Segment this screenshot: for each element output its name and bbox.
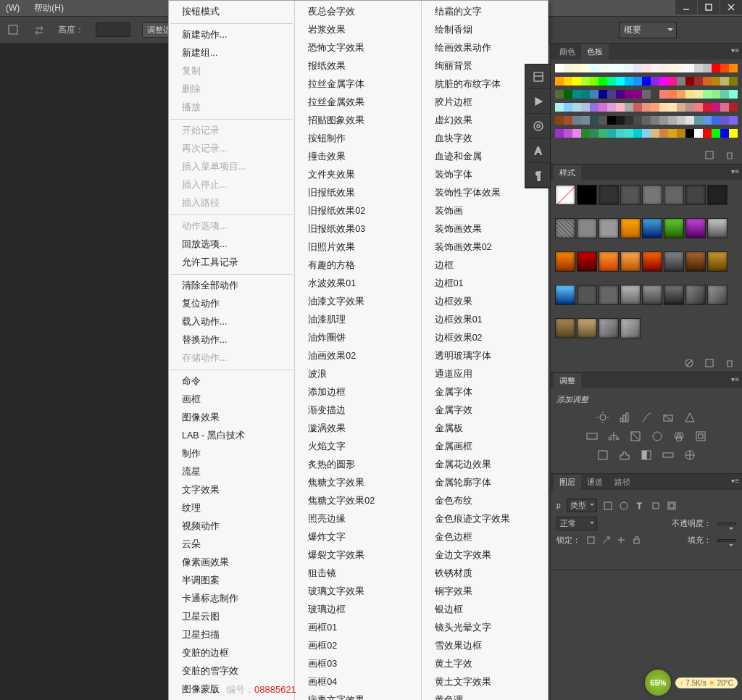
net-badge[interactable]: ↑7.5K/s ☀20°C bbox=[675, 678, 738, 688]
style-swatch[interactable] bbox=[620, 318, 641, 338]
style-swatch[interactable] bbox=[707, 185, 728, 205]
color-swatch[interactable] bbox=[642, 90, 651, 99]
color-swatch[interactable] bbox=[720, 77, 729, 86]
styles-tab[interactable]: 样式 bbox=[554, 165, 581, 180]
color-swatch[interactable] bbox=[590, 90, 599, 99]
paths-tab[interactable]: 路径 bbox=[609, 475, 636, 490]
color-swatch[interactable] bbox=[712, 77, 720, 86]
no-style-icon[interactable] bbox=[684, 358, 694, 368]
style-swatch[interactable] bbox=[685, 185, 706, 205]
dock-icon-3[interactable] bbox=[525, 114, 551, 138]
color-swatch[interactable] bbox=[616, 77, 625, 86]
panel-menu-icon[interactable]: ▾≡ bbox=[731, 375, 739, 383]
color-swatch[interactable] bbox=[590, 129, 599, 138]
color-swatch[interactable] bbox=[616, 90, 625, 99]
color-swatch[interactable] bbox=[651, 129, 659, 138]
menu-item[interactable]: 波浪 bbox=[295, 365, 420, 383]
color-tab[interactable]: 颜色 bbox=[554, 44, 581, 59]
menu-item[interactable]: 金色痕迹文字效果 bbox=[422, 510, 548, 528]
menu-item[interactable]: 卫星云图 bbox=[169, 608, 294, 626]
menu-item[interactable]: 油炸圈饼 bbox=[295, 329, 420, 347]
color-swatch[interactable] bbox=[712, 103, 720, 112]
menu-item[interactable]: 图像效果 bbox=[169, 409, 294, 427]
color-swatch[interactable] bbox=[625, 77, 633, 86]
menu-item[interactable]: 炙热的圆形 bbox=[295, 456, 420, 474]
color-swatch[interactable] bbox=[572, 90, 581, 99]
menu-item[interactable]: 焦糖文字效果 bbox=[295, 474, 420, 492]
gradient-map-icon[interactable] bbox=[662, 449, 675, 462]
color-swatch[interactable] bbox=[703, 129, 712, 138]
menu-item[interactable]: 黄土字效 bbox=[422, 655, 548, 673]
menu-item[interactable]: 旧报纸效果02 bbox=[295, 202, 420, 220]
color-swatch[interactable] bbox=[642, 129, 651, 138]
menu-item[interactable]: 病毒文字效果 bbox=[295, 691, 420, 700]
color-swatch[interactable] bbox=[564, 103, 572, 112]
color-swatch[interactable] bbox=[616, 64, 625, 72]
color-swatch[interactable] bbox=[572, 77, 581, 86]
color-swatch[interactable] bbox=[572, 116, 581, 125]
color-swatch[interactable] bbox=[607, 64, 616, 72]
color-swatch[interactable] bbox=[642, 103, 651, 112]
invert-icon[interactable] bbox=[596, 449, 609, 462]
menu-item[interactable]: 纹理 bbox=[169, 499, 294, 517]
color-swatch[interactable] bbox=[694, 90, 703, 99]
menu-item[interactable]: 画框 bbox=[169, 391, 294, 409]
color-swatch[interactable] bbox=[633, 129, 642, 138]
color-swatch[interactable] bbox=[729, 103, 738, 112]
color-swatch[interactable] bbox=[659, 64, 668, 72]
panel-menu-icon[interactable]: ▾≡ bbox=[731, 46, 739, 54]
menu-item[interactable]: 爆炸文字 bbox=[295, 528, 420, 546]
style-swatch[interactable] bbox=[642, 185, 662, 205]
color-swatch[interactable] bbox=[572, 103, 581, 112]
menu-item[interactable]: 金边文字效果 bbox=[422, 546, 548, 564]
layer-filter-kind[interactable]: 类型 bbox=[567, 499, 597, 512]
color-swatch[interactable] bbox=[633, 64, 642, 72]
menu-item[interactable]: 边框效果01 bbox=[422, 311, 548, 329]
menu-item[interactable]: 漩涡效果 bbox=[295, 420, 420, 438]
color-swatch[interactable] bbox=[720, 64, 729, 72]
menu-item[interactable]: 绘制香烟 bbox=[422, 21, 548, 39]
menu-window[interactable]: (W) bbox=[6, 3, 20, 13]
style-swatch[interactable] bbox=[555, 318, 575, 338]
color-swatch[interactable] bbox=[555, 103, 564, 112]
color-swatch[interactable] bbox=[633, 103, 642, 112]
menu-item[interactable]: 透明玻璃字体 bbox=[422, 347, 548, 365]
menu-item[interactable]: 金属花边效果 bbox=[422, 456, 548, 474]
color-swatch[interactable] bbox=[572, 129, 581, 138]
style-swatch[interactable] bbox=[555, 251, 575, 272]
color-swatch[interactable] bbox=[694, 129, 703, 138]
menu-item[interactable]: 画框03 bbox=[295, 655, 420, 673]
color-swatch[interactable] bbox=[677, 77, 685, 86]
color-swatch[interactable] bbox=[677, 90, 685, 99]
color-swatch[interactable] bbox=[607, 129, 616, 138]
color-swatch[interactable] bbox=[685, 103, 694, 112]
channels-tab[interactable]: 通道 bbox=[581, 475, 609, 490]
color-swatch[interactable] bbox=[668, 103, 677, 112]
color-swatch[interactable] bbox=[555, 64, 564, 72]
color-swatch[interactable] bbox=[599, 103, 607, 112]
color-swatch[interactable] bbox=[694, 116, 703, 125]
menu-item[interactable]: 画框02 bbox=[295, 637, 420, 655]
color-swatch[interactable] bbox=[685, 116, 694, 125]
menu-item[interactable]: 像素画效果 bbox=[169, 554, 294, 572]
color-swatch[interactable] bbox=[729, 77, 738, 86]
menu-item[interactable]: 装饰画效果02 bbox=[422, 238, 548, 257]
style-swatch[interactable] bbox=[685, 251, 706, 272]
vibrance-icon[interactable] bbox=[683, 411, 696, 424]
color-swatch[interactable] bbox=[590, 116, 599, 125]
menu-item[interactable]: 有趣的方格 bbox=[295, 257, 420, 275]
color-swatch[interactable] bbox=[651, 77, 659, 86]
posterize-icon[interactable] bbox=[618, 449, 631, 462]
style-swatch[interactable] bbox=[707, 285, 728, 305]
color-swatch[interactable] bbox=[659, 90, 668, 99]
menu-item[interactable]: 通道应用 bbox=[422, 365, 548, 383]
menu-item[interactable]: 旧照片效果 bbox=[295, 238, 420, 257]
blend-mode-select[interactable]: 正常 bbox=[556, 517, 597, 530]
menu-item[interactable]: 变脏的边框 bbox=[169, 644, 294, 662]
color-swatch[interactable] bbox=[694, 103, 703, 112]
color-swatch[interactable] bbox=[607, 116, 616, 125]
balance-icon[interactable] bbox=[607, 430, 620, 443]
color-swatch[interactable] bbox=[555, 90, 564, 99]
color-swatch[interactable] bbox=[729, 116, 738, 125]
color-swatch[interactable] bbox=[564, 90, 572, 99]
